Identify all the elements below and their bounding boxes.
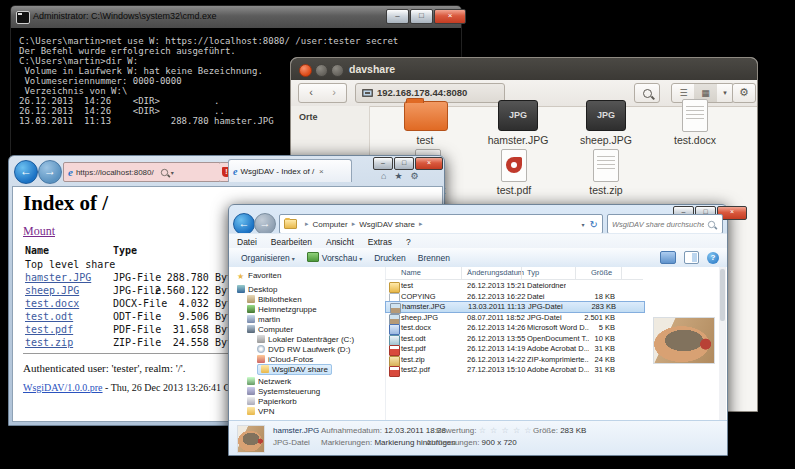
menu-datei[interactable]: Datei <box>237 237 257 247</box>
sidebar-item-netzwerk[interactable]: Netzwerk <box>247 377 291 386</box>
preview-icon <box>307 252 319 262</box>
table-row-test[interactable]: test26.12.2013 15:21 Dateiordner <box>385 281 643 292</box>
gear-menu-button[interactable]: ⚙ <box>732 83 756 103</box>
sidebar-item-wsgidav-share[interactable]: WsgiDAV share <box>257 365 332 374</box>
file-type: JPG-File <box>113 272 161 283</box>
places-header: Orte <box>299 112 318 122</box>
maximize-button[interactable]: □ <box>410 9 433 24</box>
sidebar-item-bibliotheken[interactable]: Bibliotheken <box>247 295 302 304</box>
address-breadcrumb[interactable]: ▸ Computer ▸ WsgiDAV share ▸ ▾ ↻ <box>279 214 603 234</box>
file-link[interactable]: test.pdf <box>25 324 73 335</box>
cmd-titlebar[interactable]: Administrator: C:\Windows\system32\cmd.e… <box>11 6 461 29</box>
file-link[interactable]: test.zip <box>25 337 73 348</box>
details-rating[interactable]: Bewertung: ☆ ☆ ☆ ☆ ☆ <box>436 426 532 435</box>
sidebar-item-martin[interactable]: martin <box>247 315 280 324</box>
breadcrumb-computer[interactable]: Computer <box>313 220 348 229</box>
folder-icon <box>247 407 255 415</box>
address-dropdown-icon[interactable]: ▾ <box>582 221 585 228</box>
sidebar-item-systemsteuerung[interactable]: Systemsteuerung <box>247 387 320 396</box>
sidebar-item-vpn[interactable]: VPN <box>247 407 274 416</box>
file-type: PDF-File <box>113 324 161 335</box>
forward-button[interactable]: → <box>254 213 276 235</box>
address-bar[interactable]: e https://localhost:8080/ ▾ <box>63 162 221 182</box>
close-button[interactable]: × <box>434 9 466 24</box>
search-input[interactable] <box>610 216 706 232</box>
file-item-hamster-jpg[interactable]: JPG hamster.JPG <box>480 99 556 146</box>
file-link[interactable]: test.odt <box>25 311 73 322</box>
file-item-test-pdf[interactable]: test.pdf <box>476 149 552 196</box>
minimize-button[interactable] <box>315 64 328 77</box>
column-date[interactable]: Änderungsdatum <box>467 268 524 277</box>
table-row-docx[interactable]: test.docx26.12.2013 14:26 Microsoft Word… <box>385 323 643 334</box>
sidebar-item-computer[interactable]: Computer <box>247 325 293 334</box>
minimize-button[interactable]: – <box>373 157 393 170</box>
menu-ansicht[interactable]: Ansicht <box>326 237 354 247</box>
tab-close-icon[interactable]: × <box>319 167 324 176</box>
nautilus-titlebar[interactable]: davshare <box>291 58 757 81</box>
sidebar-item-heimnetzgruppe[interactable]: Heimnetzgruppe <box>247 305 317 314</box>
file-label: test.zip <box>568 184 644 196</box>
favorites-star-icon[interactable]: ★ <box>394 171 410 181</box>
file-type: ODT-File <box>113 311 161 322</box>
column-name[interactable]: Name <box>401 268 421 277</box>
file-link[interactable]: test.docx <box>25 298 79 309</box>
refresh-icon[interactable]: ↻ <box>590 219 598 230</box>
sidebar-item-favoriten[interactable]: ★Favoriten <box>237 271 281 280</box>
tab-title: WsgiDAV - Index of / <box>240 167 314 176</box>
cmd-icon <box>16 11 30 24</box>
back-button[interactable]: ← <box>14 160 38 184</box>
print-button[interactable]: Drucken <box>374 253 406 263</box>
scrollbar[interactable] <box>719 267 726 421</box>
search-icon <box>643 89 652 98</box>
column-type[interactable]: Typ <box>527 268 539 277</box>
library-icon <box>247 295 255 303</box>
maximize-button[interactable] <box>331 64 344 77</box>
back-button[interactable]: ‹ <box>298 83 324 103</box>
breadcrumb-share[interactable]: WsgiDAV share <box>359 220 415 229</box>
tools-gear-icon[interactable]: ⚙ <box>411 171 427 181</box>
file-item-test-folder[interactable]: test <box>387 99 463 146</box>
close-button[interactable]: × <box>415 157 443 170</box>
table-row-pdf[interactable]: test.pdf26.12.2013 14:19 Adobe Acrobat D… <box>385 344 643 355</box>
file-item-test-zip[interactable]: test.zip <box>568 149 644 196</box>
menu-bearbeiten[interactable]: Bearbeiten <box>271 237 312 247</box>
mount-link[interactable]: Mount <box>23 224 55 239</box>
search-box[interactable] <box>607 214 723 234</box>
sidebar-item-papierkorb[interactable]: Papierkorb <box>247 397 297 406</box>
chevron-down-icon[interactable]: ▾ <box>171 169 174 176</box>
minimize-button[interactable]: – <box>386 9 409 24</box>
file-item-test-docx[interactable]: test.docx <box>657 99 733 146</box>
menu-extras[interactable]: Extras <box>368 237 392 247</box>
home-icon[interactable]: ⌂ <box>381 171 394 181</box>
burn-button[interactable]: Brennen <box>418 253 450 263</box>
scrollbar-thumb[interactable] <box>720 269 725 321</box>
preview-button[interactable]: Vorschau▾ <box>307 252 362 263</box>
table-row-hamster-selected[interactable]: hamster.JPG13.03.2011 11:13 JPG-Datei283… <box>385 301 645 313</box>
help-icon[interactable]: ? <box>707 252 719 264</box>
file-link[interactable]: sheep.JPG <box>25 285 79 296</box>
sidebar-item-icloud-fotos[interactable]: iCloud-Fotos <box>257 355 313 364</box>
organize-button[interactable]: Organisieren▾ <box>241 253 295 263</box>
table-row-sheep[interactable]: sheep.JPG08.07.2011 18:52 JPG-Datei2.501… <box>385 313 643 324</box>
sidebar-item-desktop[interactable]: Desktop <box>237 285 277 294</box>
table-row-zip[interactable]: test.zip26.12.2013 14:22 ZIP-komprimiert… <box>385 355 643 366</box>
maximize-button[interactable]: □ <box>394 157 414 170</box>
file-link[interactable]: hamster.JPG <box>25 272 91 283</box>
ie-window-controls: – □ × <box>373 157 443 170</box>
explorer-window: – □ × ← → ▸ Computer ▸ WsgiDAV share ▸ ▾… <box>228 204 728 456</box>
close-button[interactable] <box>299 64 312 77</box>
wsgidav-link[interactable]: WsgiDAV/1.0.0.pre <box>23 382 103 393</box>
sidebar-item-dvd[interactable]: DVD RW Laufwerk (D:) <box>257 345 351 354</box>
column-size[interactable]: Größe <box>591 268 612 277</box>
browser-tab[interactable]: e WsgiDAV - Index of / × <box>228 159 352 182</box>
sidebar-item-drive-c[interactable]: Lokaler Datenträger (C:) <box>257 335 354 344</box>
change-view-icon[interactable] <box>660 251 676 264</box>
back-button[interactable]: ← <box>233 213 255 235</box>
preview-pane-toggle-icon[interactable] <box>684 251 699 264</box>
forward-button[interactable]: › <box>322 83 347 103</box>
table-row-pdf2[interactable]: test2.pdf27.12.2013 15:10 Adobe Acrobat … <box>385 365 643 376</box>
forward-button[interactable]: → <box>38 160 62 184</box>
menu-help[interactable]: ? <box>406 237 411 247</box>
table-row-odt[interactable]: test.odt26.12.2013 13:55 OpenDocument T.… <box>385 334 643 345</box>
file-item-sheep-jpg[interactable]: JPG sheep.JPG <box>568 99 644 146</box>
